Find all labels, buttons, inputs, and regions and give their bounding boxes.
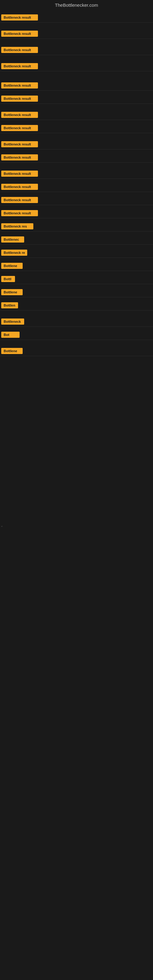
bottleneck-result-item[interactable]: Bot bbox=[0, 330, 153, 340]
bottleneck-badge: Bottlene bbox=[1, 289, 22, 295]
bottleneck-result-item[interactable]: Bottleneck result bbox=[0, 182, 153, 192]
bottleneck-result-item[interactable]: Bottleneck result bbox=[0, 110, 153, 120]
bottleneck-badge: Bottlene bbox=[1, 263, 22, 269]
bottleneck-badge: Bottlen bbox=[1, 302, 18, 309]
bottleneck-badge: Bottleneck result bbox=[1, 154, 38, 161]
bottleneck-badge: Bottleneck result bbox=[1, 63, 38, 69]
bottleneck-result-item[interactable]: Bottlene bbox=[0, 346, 153, 356]
bottleneck-badge: Bottleneck result bbox=[1, 47, 38, 53]
site-header: TheBottlenecker.com bbox=[0, 0, 153, 11]
bottleneck-result-item[interactable]: Bottlene bbox=[0, 287, 153, 298]
bottleneck-result-item[interactable]: Bottlen bbox=[0, 301, 153, 310]
items-container: Bottleneck resultBottleneck resultBottle… bbox=[0, 11, 153, 356]
bottleneck-result-item[interactable]: Bottleneck result bbox=[0, 208, 153, 218]
bottleneck-badge: Bot bbox=[1, 332, 19, 338]
bottleneck-badge: Bottleneck bbox=[1, 318, 24, 325]
bottleneck-result-item[interactable]: Bottleneck result bbox=[0, 61, 153, 72]
bottleneck-badge: Bottleneck result bbox=[1, 83, 38, 89]
bottleneck-result-item[interactable]: Bottleneck result bbox=[0, 29, 153, 39]
bottleneck-result-item[interactable]: Bottleneck result bbox=[0, 81, 153, 91]
bottleneck-badge: Bottl bbox=[1, 276, 15, 282]
bottleneck-badge: Bottleneck result bbox=[1, 95, 38, 102]
bottleneck-result-item[interactable]: Bottleneck result bbox=[0, 94, 153, 104]
bottleneck-badge: Bottleneck result bbox=[1, 141, 38, 147]
bottleneck-result-item[interactable]: Bottleneck result bbox=[0, 45, 153, 55]
bottleneck-result-item[interactable]: Bottleneck result bbox=[0, 169, 153, 179]
bottleneck-result-item[interactable]: Bottl bbox=[0, 274, 153, 284]
bottleneck-result-item[interactable]: Bottleneck result bbox=[0, 13, 153, 23]
bottleneck-badge: Bottleneck re bbox=[1, 250, 27, 256]
bottleneck-badge: Bottleneck result bbox=[1, 170, 38, 177]
bottleneck-badge: Bottleneck result bbox=[1, 125, 38, 131]
bottleneck-result-item[interactable]: Bottleneck bbox=[0, 317, 153, 327]
site-title: TheBottlenecker.com bbox=[55, 2, 98, 8]
bottleneck-result-item[interactable]: Bottleneck result bbox=[0, 195, 153, 205]
bottleneck-badge: Bottleneck result bbox=[1, 14, 38, 21]
bottleneck-result-item[interactable]: Bottleneck result bbox=[0, 139, 153, 150]
small-label: s bbox=[1, 526, 3, 527]
bottleneck-badge: Bottleneck result bbox=[1, 30, 38, 37]
bottleneck-result-item[interactable]: Bottlenec bbox=[0, 235, 153, 245]
bottleneck-badge: Bottleneck result bbox=[1, 197, 38, 203]
bottleneck-result-item[interactable]: Bottleneck res bbox=[0, 221, 153, 232]
bottleneck-result-item[interactable]: Bottleneck result bbox=[0, 153, 153, 162]
bottleneck-badge: Bottleneck result bbox=[1, 184, 38, 190]
bottleneck-badge: Bottlenec bbox=[1, 236, 24, 243]
bottleneck-result-item[interactable]: Bottlene bbox=[0, 261, 153, 271]
bottleneck-result-item[interactable]: Bottleneck result bbox=[0, 123, 153, 133]
bottleneck-badge: Bottlene bbox=[1, 348, 22, 354]
bottleneck-result-item[interactable]: Bottleneck re bbox=[0, 248, 153, 258]
bottleneck-badge: Bottleneck result bbox=[1, 210, 38, 216]
bottleneck-badge: Bottleneck result bbox=[1, 112, 38, 118]
bottleneck-badge: Bottleneck res bbox=[1, 223, 33, 229]
